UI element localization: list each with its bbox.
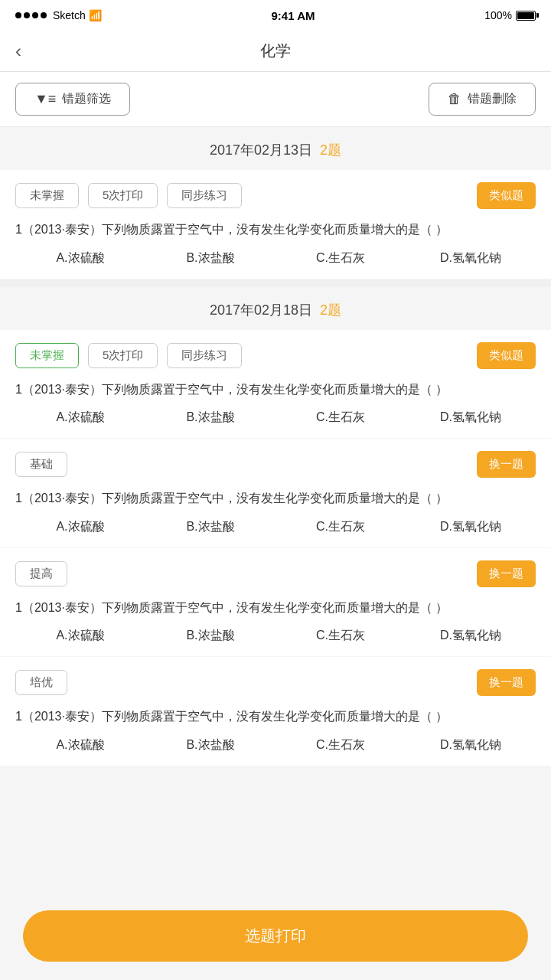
option-0-0-3: D.氢氧化钠 [406, 250, 536, 266]
date-text-0: 2017年02月13日 [210, 141, 312, 159]
option-1-2-1: B.浓盐酸 [145, 628, 276, 644]
option-0-0-2: C.生石灰 [276, 250, 406, 266]
section-divider-0 [0, 279, 551, 287]
option-1-3-1: B.浓盐酸 [145, 737, 276, 753]
tag-row-1-1: 基础换一题 [15, 451, 536, 478]
options-row-0-0: A.浓硫酸B.浓盐酸C.生石灰D.氢氧化钠 [15, 250, 536, 266]
tag-btn-1-0-2[interactable]: 同步练习 [167, 343, 242, 368]
tag-btn-0-0-1[interactable]: 5次打印 [88, 183, 158, 208]
battery-icon [516, 11, 536, 21]
tag-btn-0-0-0[interactable]: 未掌握 [15, 183, 79, 208]
option-1-3-3: D.氢氧化钠 [406, 737, 536, 753]
filter-label: 错题筛选 [62, 91, 111, 107]
question-card-1-1: 基础换一题1（2013·泰安）下列物质露置于空气中，没有发生化学变化而质量增大的… [0, 439, 551, 547]
page-title: 化学 [260, 41, 291, 61]
delete-label: 错题删除 [468, 91, 517, 107]
bottom-bar: 选题打印 [0, 898, 551, 980]
tag-btn-1-0-0[interactable]: 未掌握 [15, 343, 79, 368]
option-1-0-3: D.氢氧化钠 [406, 410, 536, 426]
option-0-0-0: A.浓硫酸 [15, 250, 145, 266]
action-btn-1-3[interactable]: 换一题 [477, 669, 536, 696]
battery-percent: 100% [484, 9, 512, 21]
status-bar: Sketch 📶 9:41 AM 100% [0, 0, 551, 31]
nav-bar: ‹ 化学 [0, 31, 551, 72]
question-text-1-3: 1（2013·泰安）下列物质露置于空气中，没有发生化学变化而质量增大的是（ ） [15, 707, 536, 727]
option-1-3-2: C.生石灰 [276, 737, 406, 753]
question-card-0-0: 未掌握5次打印同步练习类似题1（2013·泰安）下列物质露置于空气中，没有发生化… [0, 170, 551, 279]
options-row-1-3: A.浓硫酸B.浓盐酸C.生石灰D.氢氧化钠 [15, 737, 536, 753]
question-card-1-3: 培优换一题1（2013·泰安）下列物质露置于空气中，没有发生化学变化而质量增大的… [0, 657, 551, 766]
tag-btn-1-0-1[interactable]: 5次打印 [88, 343, 158, 368]
filter-button[interactable]: ▼≡ 错题筛选 [15, 83, 130, 116]
option-0-0-1: B.浓盐酸 [145, 250, 276, 266]
tag-row-1-3: 培优换一题 [15, 669, 536, 696]
option-1-1-3: D.氢氧化钠 [406, 519, 536, 535]
delete-icon: 🗑 [448, 91, 461, 107]
question-text-1-0: 1（2013·泰安）下列物质露置于空气中，没有发生化学变化而质量增大的是（ ） [15, 380, 536, 400]
tag-row-0-0: 未掌握5次打印同步练习类似题 [15, 182, 536, 209]
signal-icon [15, 12, 47, 18]
date-count-1: 2题 [320, 301, 341, 319]
option-1-0-1: B.浓盐酸 [145, 410, 276, 426]
content: 2017年02月13日 2题 未掌握5次打印同步练习类似题1（2013·泰安）下… [0, 127, 551, 843]
action-btn-1-2[interactable]: 换一题 [477, 560, 536, 587]
tag-btn-1-3-0[interactable]: 培优 [15, 670, 67, 695]
question-text-1-2: 1（2013·泰安）下列物质露置于空气中，没有发生化学变化而质量增大的是（ ） [15, 598, 536, 618]
print-button[interactable]: 选题打印 [23, 910, 528, 962]
options-row-1-0: A.浓硫酸B.浓盐酸C.生石灰D.氢氧化钠 [15, 410, 536, 426]
question-card-1-0: 未掌握5次打印同步练习类似题1（2013·泰安）下列物质露置于空气中，没有发生化… [0, 330, 551, 439]
options-row-1-1: A.浓硫酸B.浓盐酸C.生石灰D.氢氧化钠 [15, 519, 536, 535]
question-card-1-2: 提高换一题1（2013·泰安）下列物质露置于空气中，没有发生化学变化而质量增大的… [0, 548, 551, 657]
status-right: 100% [484, 9, 536, 21]
question-text-0-0: 1（2013·泰安）下列物质露置于空气中，没有发生化学变化而质量增大的是（ ） [15, 220, 536, 240]
tag-btn-1-2-0[interactable]: 提高 [15, 561, 67, 586]
option-1-0-2: C.生石灰 [276, 410, 406, 426]
toolbar: ▼≡ 错题筛选 🗑 错题删除 [0, 72, 551, 127]
tag-btn-1-1-0[interactable]: 基础 [15, 452, 67, 477]
wifi-icon: 📶 [89, 9, 102, 21]
filter-icon: ▼≡ [34, 91, 56, 107]
app-name: Sketch [53, 9, 86, 21]
question-text-1-1: 1（2013·泰安）下列物质露置于空气中，没有发生化学变化而质量增大的是（ ） [15, 488, 536, 508]
status-time: 9:41 AM [272, 9, 315, 22]
tag-btn-0-0-2[interactable]: 同步练习 [167, 183, 242, 208]
back-button[interactable]: ‹ [15, 41, 21, 62]
option-1-0-0: A.浓硫酸 [15, 410, 145, 426]
option-1-1-2: C.生石灰 [276, 519, 406, 535]
delete-button[interactable]: 🗑 错题删除 [429, 83, 536, 116]
tag-row-1-2: 提高换一题 [15, 560, 536, 587]
option-1-1-0: A.浓硫酸 [15, 519, 145, 535]
action-btn-1-0[interactable]: 类似题 [477, 342, 536, 369]
action-btn-1-1[interactable]: 换一题 [477, 451, 536, 478]
option-1-1-1: B.浓盐酸 [145, 519, 276, 535]
options-row-1-2: A.浓硫酸B.浓盐酸C.生石灰D.氢氧化钠 [15, 628, 536, 644]
option-1-2-3: D.氢氧化钠 [406, 628, 536, 644]
date-text-1: 2017年02月18日 [210, 301, 312, 319]
date-header-1: 2017年02月18日 2题 [0, 287, 551, 330]
action-btn-0-0[interactable]: 类似题 [477, 182, 536, 209]
option-1-3-0: A.浓硫酸 [15, 737, 145, 753]
status-left: Sketch 📶 [15, 9, 102, 21]
date-header-0: 2017年02月13日 2题 [0, 127, 551, 170]
option-1-2-2: C.生石灰 [276, 628, 406, 644]
option-1-2-0: A.浓硫酸 [15, 628, 145, 644]
date-count-0: 2题 [320, 141, 341, 159]
tag-row-1-0: 未掌握5次打印同步练习类似题 [15, 342, 536, 369]
